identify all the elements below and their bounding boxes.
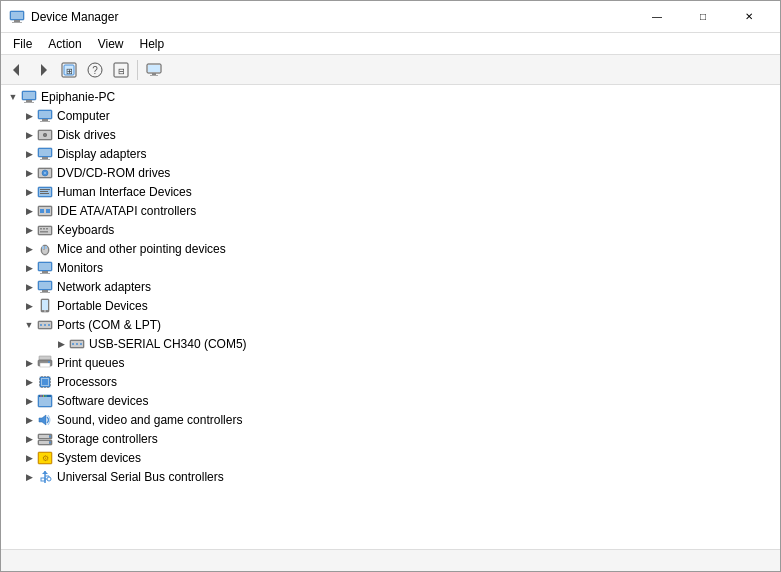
mice-expand[interactable]: ▶ xyxy=(21,241,37,257)
hid-icon xyxy=(37,184,53,200)
svg-rect-66 xyxy=(42,300,48,310)
tree-item-computer[interactable]: ▶ Computer xyxy=(1,106,780,125)
tree-item-processors[interactable]: ▶ xyxy=(1,372,780,391)
print-expand[interactable]: ▶ xyxy=(21,355,37,371)
tree-item-print[interactable]: ▶ Print queues xyxy=(1,353,780,372)
display-label: Display adapters xyxy=(57,147,146,161)
toolbar: ⊞ ? ⊟ xyxy=(1,55,780,85)
ide-expand[interactable]: ▶ xyxy=(21,203,37,219)
display-expand[interactable]: ▶ xyxy=(21,146,37,162)
tree-item-storage[interactable]: ▶ Storage controllers xyxy=(1,429,780,448)
status-bar xyxy=(1,549,780,571)
svg-rect-63 xyxy=(42,290,48,292)
hid-label: Human Interface Devices xyxy=(57,185,192,199)
minimize-button[interactable]: — xyxy=(634,1,680,33)
software-expand[interactable]: ▶ xyxy=(21,393,37,409)
tree-item-disk[interactable]: ▶ Disk drives xyxy=(1,125,780,144)
tree-root[interactable]: ▼ Epiphanie-PC xyxy=(1,87,780,106)
computer-icon xyxy=(37,108,53,124)
toolbar-back-button[interactable] xyxy=(5,58,29,82)
computer-expand[interactable]: ▶ xyxy=(21,108,37,124)
svg-rect-106 xyxy=(39,435,49,438)
mice-label: Mice and other pointing devices xyxy=(57,242,226,256)
menu-action[interactable]: Action xyxy=(40,35,89,53)
ports-label: Ports (COM & LPT) xyxy=(57,318,161,332)
usb-expand[interactable]: ▶ xyxy=(21,469,37,485)
menu-file[interactable]: File xyxy=(5,35,40,53)
toolbar-forward-button[interactable] xyxy=(31,58,55,82)
system-label: System devices xyxy=(57,451,141,465)
usb-serial-expand[interactable]: ▶ xyxy=(53,336,69,352)
svg-point-116 xyxy=(47,477,51,481)
tree-item-keyboards[interactable]: ▶ Keyboards xyxy=(1,220,780,239)
tree-item-dvd[interactable]: ▶ DVD/CD-ROM drives xyxy=(1,163,780,182)
dvd-label: DVD/CD-ROM drives xyxy=(57,166,170,180)
title-bar: Device Manager — □ ✕ xyxy=(1,1,780,33)
sound-label: Sound, video and game controllers xyxy=(57,413,242,427)
svg-marker-114 xyxy=(42,471,48,474)
menu-view[interactable]: View xyxy=(90,35,132,53)
ports-expand[interactable]: ▼ xyxy=(21,317,37,333)
tree-item-hid[interactable]: ▶ Human Interface Devices xyxy=(1,182,780,201)
disk-expand[interactable]: ▶ xyxy=(21,127,37,143)
toolbar-help-button[interactable]: ? xyxy=(83,58,107,82)
close-button[interactable]: ✕ xyxy=(726,1,772,33)
toolbar-monitor-button[interactable] xyxy=(142,58,166,82)
toolbar-connections-button[interactable]: ⊟ xyxy=(109,58,133,82)
dvd-icon xyxy=(37,165,53,181)
tree-item-display[interactable]: ▶ Display adapters xyxy=(1,144,780,163)
display-icon xyxy=(37,146,53,162)
dvd-expand[interactable]: ▶ xyxy=(21,165,37,181)
root-expand[interactable]: ▼ xyxy=(5,89,21,105)
svg-point-108 xyxy=(49,435,51,437)
tree-item-usb[interactable]: ▶ Universal Serial Bus controllers xyxy=(1,467,780,486)
tree-item-network[interactable]: ▶ Network adapters xyxy=(1,277,780,296)
title-bar-left: Device Manager xyxy=(9,9,118,25)
storage-label: Storage controllers xyxy=(57,432,158,446)
svg-rect-64 xyxy=(40,292,50,293)
svg-rect-59 xyxy=(42,271,48,273)
svg-rect-30 xyxy=(39,149,51,156)
disk-label: Disk drives xyxy=(57,128,116,142)
svg-rect-107 xyxy=(39,441,49,444)
tree-item-monitors[interactable]: ▶ Monitors xyxy=(1,258,780,277)
tree-item-usb-serial[interactable]: ▶ USB-SERIAL CH340 (COM5) xyxy=(1,334,780,353)
ports-icon xyxy=(37,317,53,333)
sound-expand[interactable]: ▶ xyxy=(21,412,37,428)
processors-expand[interactable]: ▶ xyxy=(21,374,37,390)
monitors-expand[interactable]: ▶ xyxy=(21,260,37,276)
svg-point-102 xyxy=(45,395,47,397)
tree-container[interactable]: ▼ Epiphanie-PC ▶ xyxy=(1,85,780,549)
usb-icon xyxy=(37,469,53,485)
device-manager-window: Device Manager — □ ✕ File Action View He… xyxy=(0,0,781,572)
tree-item-ports[interactable]: ▼ Ports (COM & LPT) xyxy=(1,315,780,334)
tree-item-software[interactable]: ▶ Software devices xyxy=(1,391,780,410)
svg-text:⊟: ⊟ xyxy=(118,67,125,76)
keyboards-label: Keyboards xyxy=(57,223,114,237)
tree-item-portable[interactable]: ▶ Portable Devices xyxy=(1,296,780,315)
svg-rect-40 xyxy=(40,191,48,192)
network-expand[interactable]: ▶ xyxy=(21,279,37,295)
keyboards-expand[interactable]: ▶ xyxy=(21,222,37,238)
maximize-button[interactable]: □ xyxy=(680,1,726,33)
svg-rect-23 xyxy=(42,119,48,121)
tree-item-system[interactable]: ▶ ⚙ System devices xyxy=(1,448,780,467)
svg-point-77 xyxy=(80,343,82,345)
system-expand[interactable]: ▶ xyxy=(21,450,37,466)
title-icon xyxy=(9,9,25,25)
menu-bar: File Action View Help xyxy=(1,33,780,55)
menu-help[interactable]: Help xyxy=(132,35,173,53)
connections-icon: ⊟ xyxy=(113,62,129,78)
tree-item-sound[interactable]: ▶ Sound, video and game controllers xyxy=(1,410,780,429)
tree-item-mice[interactable]: ▶ Mice and other pointing devices xyxy=(1,239,780,258)
svg-text:⚙: ⚙ xyxy=(42,454,49,463)
svg-marker-103 xyxy=(39,415,46,425)
sound-icon xyxy=(37,412,53,428)
svg-rect-44 xyxy=(40,209,44,213)
toolbar-view-type-button[interactable]: ⊞ xyxy=(57,58,81,82)
hid-expand[interactable]: ▶ xyxy=(21,184,37,200)
print-label: Print queues xyxy=(57,356,124,370)
storage-expand[interactable]: ▶ xyxy=(21,431,37,447)
portable-expand[interactable]: ▶ xyxy=(21,298,37,314)
tree-item-ide[interactable]: ▶ IDE ATA/ATAPI controllers xyxy=(1,201,780,220)
